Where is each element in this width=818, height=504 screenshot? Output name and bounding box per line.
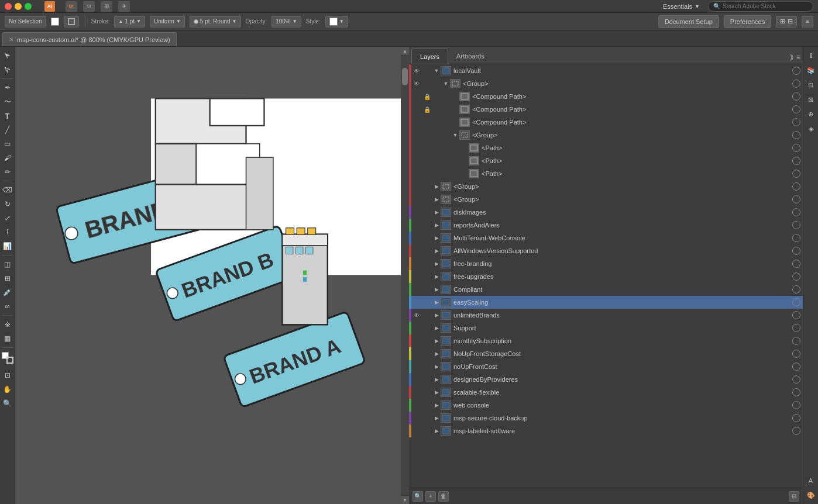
symbol-tool[interactable]: ※ (1, 318, 14, 331)
layer-row[interactable]: 🔒<Compound Path> (409, 90, 803, 103)
layer-list[interactable]: 👁▼localVault👁▼<Group>🔒<Compound Path>🔒<C… (409, 64, 803, 488)
layer-target-circle[interactable] (792, 311, 800, 319)
layer-visibility-toggle[interactable]: 👁 (411, 309, 422, 322)
pathfinder-icon[interactable]: ⊕ (805, 108, 817, 120)
layer-visibility-toggle[interactable] (411, 103, 422, 116)
layer-lock-toggle[interactable] (422, 154, 432, 167)
layer-expand-toggle[interactable]: ▶ (432, 296, 441, 309)
layer-visibility-toggle[interactable] (411, 424, 422, 437)
layer-row[interactable]: ▶free-upgrades (409, 270, 803, 283)
layer-expand-toggle[interactable] (451, 103, 459, 116)
layer-visibility-toggle[interactable] (411, 412, 422, 424)
layer-visibility-toggle[interactable] (411, 141, 422, 154)
layer-lock-toggle[interactable] (422, 180, 432, 193)
scroll-down-arrow[interactable]: ▼ (401, 496, 409, 504)
layer-row[interactable]: 🔒<Compound Path> (409, 103, 803, 116)
layer-lock-toggle[interactable] (422, 334, 432, 347)
layer-target-circle[interactable] (792, 157, 800, 165)
gradient-tool[interactable]: ◫ (1, 258, 14, 271)
eyedropper-tool[interactable]: 💉 (1, 286, 14, 299)
layer-target-circle[interactable] (792, 375, 800, 384)
layer-row[interactable]: ▶reportsAndAlers (409, 219, 803, 232)
layer-row[interactable]: ▼<Group> (409, 129, 803, 141)
column-chart-tool[interactable]: ▦ (1, 332, 14, 345)
layer-lock-toggle[interactable] (422, 399, 432, 412)
paintbrush-tool[interactable]: 🖌 (1, 151, 14, 164)
layer-lock-toggle[interactable] (422, 244, 432, 257)
delete-layer-button[interactable]: 🗑 (438, 491, 449, 502)
direct-select-tool[interactable] (1, 63, 14, 76)
layer-row[interactable]: ▶designedByProvideres (409, 373, 803, 386)
layer-lock-toggle[interactable] (422, 347, 432, 360)
layer-visibility-toggle[interactable] (411, 244, 422, 257)
layer-expand-toggle[interactable] (451, 116, 459, 129)
layer-lock-toggle[interactable] (422, 296, 432, 309)
layer-visibility-toggle[interactable] (411, 180, 422, 193)
layer-expand-toggle[interactable]: ▶ (432, 270, 441, 283)
close-button[interactable] (5, 3, 12, 10)
select-tool[interactable] (1, 49, 14, 62)
layer-row[interactable]: ▶<Group> (409, 193, 803, 206)
eraser-tool[interactable]: ⌫ (1, 184, 14, 196)
tab-close-icon[interactable]: ✕ (9, 36, 13, 43)
scale-tool[interactable]: ⤢ (1, 212, 14, 225)
layer-row[interactable]: ▶noUpFrontCost (409, 360, 803, 373)
layer-visibility-toggle[interactable] (411, 129, 422, 141)
layer-row[interactable]: 👁▼<Group> (409, 77, 803, 90)
layer-lock-toggle[interactable] (422, 424, 432, 437)
layer-row[interactable]: ▶<Group> (409, 180, 803, 193)
layer-visibility-toggle[interactable] (411, 116, 422, 129)
layer-row[interactable]: ▶scalable-flexible (409, 386, 803, 399)
character-panel-icon[interactable]: A (805, 474, 817, 487)
layer-expand-toggle[interactable]: ▶ (432, 232, 441, 244)
layer-expand-toggle[interactable]: ▶ (432, 334, 441, 347)
layer-visibility-toggle[interactable] (411, 334, 422, 347)
menu-icon-right[interactable]: ≡ (802, 16, 813, 27)
layer-target-circle[interactable] (792, 388, 800, 396)
layer-target-circle[interactable] (792, 260, 800, 268)
layer-target-circle[interactable] (792, 144, 800, 152)
hand-tool[interactable]: ✋ (1, 383, 14, 396)
layer-expand-toggle[interactable]: ▶ (432, 309, 441, 322)
layer-visibility-toggle[interactable] (411, 219, 422, 232)
stock-icon[interactable]: St (83, 1, 95, 12)
color-panel-icon[interactable]: 🎨 (805, 489, 817, 502)
share-icon[interactable]: ✈ (118, 1, 130, 12)
layer-row[interactable]: ▶NoUpFrontStorageCost (409, 347, 803, 360)
layer-row[interactable]: ▶AllWindowsVersionSupported (409, 244, 803, 257)
vertical-scrollbar[interactable]: ▲ ▼ (401, 47, 409, 504)
layer-target-circle[interactable] (792, 298, 800, 306)
layer-target-circle[interactable] (792, 80, 800, 88)
curvature-tool[interactable]: 〜 (1, 95, 14, 108)
layer-visibility-toggle[interactable] (411, 206, 422, 219)
layer-target-circle[interactable] (792, 105, 800, 113)
layer-row[interactable]: ▶Compliant (409, 283, 803, 296)
layer-lock-toggle[interactable] (422, 373, 432, 386)
document-tab[interactable]: ✕ msp-icons-custom.ai* @ 800% (CMYK/GPU … (2, 32, 177, 46)
doc-setup-button[interactable]: Document Setup (658, 15, 719, 28)
layer-expand-toggle[interactable]: ▶ (432, 193, 441, 206)
layer-expand-toggle[interactable]: ▼ (442, 77, 450, 90)
layer-lock-toggle[interactable] (422, 219, 432, 232)
layer-lock-toggle[interactable] (422, 167, 432, 180)
layer-target-circle[interactable] (792, 285, 800, 294)
bridge-icon[interactable]: Br (66, 1, 77, 12)
layer-row[interactable]: ▶web console (409, 399, 803, 412)
layer-expand-toggle[interactable]: ▼ (432, 64, 441, 77)
layer-target-circle[interactable] (792, 234, 800, 242)
scroll-track[interactable] (401, 56, 409, 495)
layer-expand-toggle[interactable]: ▶ (432, 257, 441, 270)
find-layer-button[interactable]: 🔍 (413, 491, 423, 502)
fullscreen-button[interactable] (25, 3, 32, 10)
layer-lock-toggle[interactable] (422, 141, 432, 154)
layer-target-circle[interactable] (792, 195, 800, 203)
layer-target-circle[interactable] (792, 247, 800, 255)
layer-expand-toggle[interactable]: ▶ (432, 180, 441, 193)
style-box[interactable]: ▼ (325, 16, 348, 27)
layer-target-circle[interactable] (792, 272, 800, 281)
layer-lock-toggle[interactable] (422, 193, 432, 206)
layer-expand-toggle[interactable]: ▶ (432, 283, 441, 296)
layer-row[interactable]: 👁▼localVault (409, 64, 803, 77)
libraries-panel-icon[interactable]: 📚 (805, 64, 817, 77)
layer-expand-toggle[interactable]: ▶ (432, 244, 441, 257)
